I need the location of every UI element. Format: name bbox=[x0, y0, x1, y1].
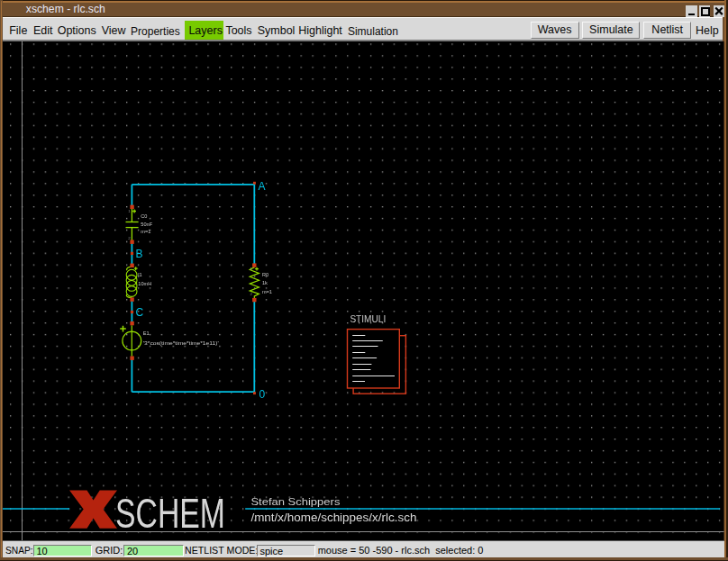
svg-text:R0: R0 bbox=[262, 272, 268, 277]
svg-text:C: C bbox=[136, 306, 144, 319]
svg-text:50nF: 50nF bbox=[141, 222, 152, 227]
svg-text:0: 0 bbox=[259, 388, 266, 401]
svg-text:STIMULI: STIMULI bbox=[350, 313, 386, 324]
svg-text:C0: C0 bbox=[141, 213, 147, 219]
svg-text:SCHEM: SCHEM bbox=[115, 491, 225, 537]
svg-text:10mH: 10mH bbox=[138, 281, 151, 286]
svg-text:m=1: m=1 bbox=[262, 289, 272, 294]
svg-text:Stefan Schippers: Stefan Schippers bbox=[250, 496, 341, 507]
svg-text:m=1: m=1 bbox=[141, 229, 150, 234]
svg-text:E1: E1 bbox=[143, 330, 150, 336]
svg-text:'3*cos(time*time*time*1e11)': '3*cos(time*time*time*1e11)' bbox=[143, 340, 219, 346]
svg-text:A: A bbox=[259, 180, 266, 193]
svg-text:l1: l1 bbox=[138, 272, 141, 277]
svg-text:/mnt/x/home/schippes/x/rlc.sch: /mnt/x/home/schippes/x/rlc.sch bbox=[250, 511, 416, 524]
svg-text:1k: 1k bbox=[262, 280, 268, 285]
svg-text:B: B bbox=[136, 248, 143, 260]
